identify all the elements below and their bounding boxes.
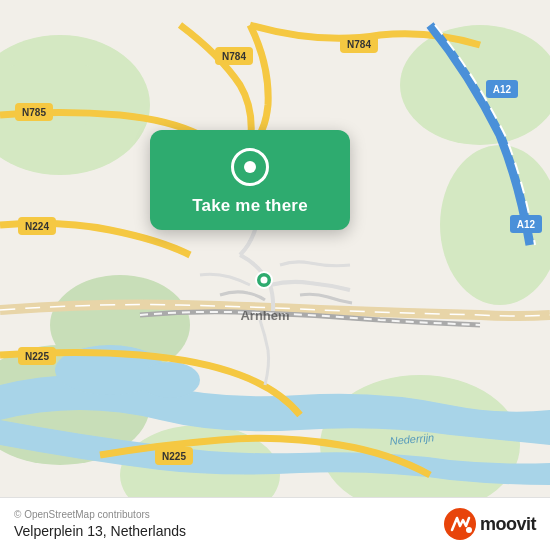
svg-text:N784: N784 (347, 39, 371, 50)
svg-text:N224: N224 (25, 221, 49, 232)
location-pin-icon (231, 148, 269, 186)
svg-text:N784: N784 (222, 51, 246, 62)
svg-text:Arnhem: Arnhem (240, 308, 289, 323)
svg-text:N785: N785 (22, 107, 46, 118)
svg-text:N225: N225 (162, 451, 186, 462)
bottom-bar: © OpenStreetMap contributors Velperplein… (0, 497, 550, 550)
svg-point-30 (261, 277, 268, 284)
svg-text:A12: A12 (517, 219, 536, 230)
pin-dot (244, 161, 256, 173)
bottom-info: © OpenStreetMap contributors Velperplein… (14, 509, 186, 539)
map-svg: N784 N785 N784 A12 A12 N224 N225 N225 Ne… (0, 0, 550, 550)
take-me-there-button[interactable]: Take me there (192, 196, 308, 216)
svg-text:A12: A12 (493, 84, 512, 95)
moovit-icon (444, 508, 476, 540)
location-label: Velperplein 13, Netherlands (14, 523, 186, 539)
svg-text:N225: N225 (25, 351, 49, 362)
map-container: N784 N785 N784 A12 A12 N224 N225 N225 Ne… (0, 0, 550, 550)
svg-point-32 (466, 527, 472, 533)
popup[interactable]: Take me there (150, 130, 350, 230)
copyright-text: © OpenStreetMap contributors (14, 509, 186, 520)
moovit-wordmark: moovit (480, 514, 536, 535)
moovit-logo: moovit (444, 508, 536, 540)
svg-point-10 (140, 362, 200, 398)
